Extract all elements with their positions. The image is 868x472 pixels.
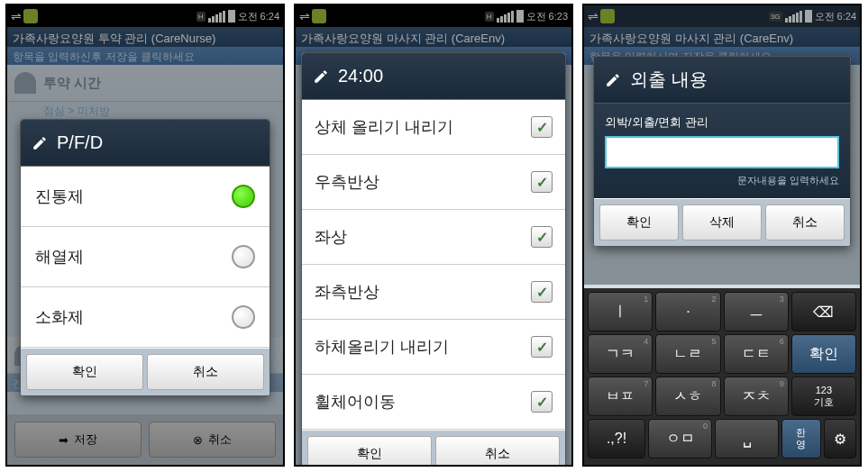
key-lang-toggle[interactable]: 한영 xyxy=(781,419,820,458)
checkbox-checked xyxy=(531,281,553,303)
dialog-button-bar: 확인 취소 xyxy=(21,348,270,395)
check-label: 좌측반상 xyxy=(315,281,379,303)
key-vowel-i[interactable]: 1ㅣ xyxy=(588,292,653,331)
key-punctuation[interactable]: .,?! xyxy=(588,419,645,458)
check-label: 하체올리기 내리기 xyxy=(315,336,449,358)
radio-indicator xyxy=(232,245,255,268)
radio-label: 소화제 xyxy=(35,306,84,328)
dialog-title: P/F/D xyxy=(57,132,103,153)
dialog-button-bar: 확인 삭제 취소 xyxy=(594,198,850,246)
radio-item[interactable]: 소화제 xyxy=(21,287,270,348)
radio-indicator-selected xyxy=(232,185,255,208)
check-item[interactable]: 상체 올리기 내리기 xyxy=(302,100,565,155)
cancel-button[interactable]: 취소 xyxy=(147,354,264,390)
screen-1: ⇌ H 오전 6:24 가족사랑요양원 투약 관리 (CareNurse) 항목… xyxy=(5,4,285,467)
input-hint: 문자내용을 입력하세요 xyxy=(605,174,839,187)
input-label: 외박/외출/면회 관리 xyxy=(605,114,839,131)
key-j-ch[interactable]: 9ㅈㅊ xyxy=(724,377,789,416)
key-symbols[interactable]: 123기호 xyxy=(791,377,856,416)
dialog-button-bar: 확인 취소 xyxy=(302,430,565,467)
check-item[interactable]: 우측반상 xyxy=(302,155,565,210)
confirm-button[interactable]: 확인 xyxy=(26,354,143,390)
checkbox-checked xyxy=(531,226,553,248)
cancel-button[interactable]: 취소 xyxy=(765,204,845,241)
dialog-header: 24:00 xyxy=(302,53,565,100)
key-g-k[interactable]: 4ㄱㅋ xyxy=(588,334,653,374)
radio-item[interactable]: 해열제 xyxy=(21,227,270,287)
korean-keyboard: 1ㅣ 2· 3ㅡ ⌫ 4ㄱㅋ 5ㄴㄹ 6ㄷㅌ 확인 7ㅂㅍ 8ㅅㅎ 9ㅈㅊ 12… xyxy=(584,288,860,465)
pfd-dialog: P/F/D 진통제 해열제 소화제 확인 취소 xyxy=(20,119,270,396)
radio-indicator xyxy=(232,305,255,329)
checklist-dialog: 24:00 상체 올리기 내리기 우측반상 좌상 좌측반상 하체올리기 내리기 xyxy=(301,52,566,467)
pencil-icon xyxy=(313,68,329,85)
key-ng-m[interactable]: 0ㅇㅁ xyxy=(648,419,712,458)
check-item[interactable]: 하체올리기 내리기 xyxy=(302,320,565,375)
dialog-title: 외출 내용 xyxy=(630,68,708,92)
pencil-icon xyxy=(605,72,621,88)
check-item[interactable]: 휠체어이동 xyxy=(302,375,565,430)
cancel-button[interactable]: 취소 xyxy=(435,436,560,467)
dialog-header: P/F/D xyxy=(21,120,270,167)
check-label: 휠체어이동 xyxy=(315,391,396,413)
checkbox-checked xyxy=(531,171,553,193)
key-vowel-eu[interactable]: 3ㅡ xyxy=(724,292,789,331)
screen-3: ⇌ 3G 오전 6:24 가족사랑요양원 마사지 관리 (CareEnv) 항목… xyxy=(582,4,862,467)
check-item[interactable]: 좌측반상 xyxy=(302,265,565,320)
radio-label: 해열제 xyxy=(35,246,84,268)
check-item[interactable]: 좌상 xyxy=(302,210,565,265)
input-dialog: 외출 내용 외박/외출/면회 관리 문자내용을 입력하세요 확인 삭제 취소 xyxy=(593,56,851,247)
key-dot[interactable]: 2· xyxy=(655,292,720,331)
key-d-t[interactable]: 6ㄷㅌ xyxy=(724,334,789,374)
confirm-button[interactable]: 확인 xyxy=(599,204,679,241)
radio-list: 진통제 해열제 소화제 xyxy=(21,167,270,348)
dialog-body: 외박/외출/면회 관리 문자내용을 입력하세요 xyxy=(594,104,850,198)
confirm-button[interactable]: 확인 xyxy=(307,436,432,467)
key-n-r[interactable]: 5ㄴㄹ xyxy=(655,334,720,374)
key-s-h[interactable]: 8ㅅㅎ xyxy=(655,377,720,416)
radio-label: 진통제 xyxy=(35,186,84,207)
check-label: 좌상 xyxy=(315,226,347,248)
text-input[interactable] xyxy=(605,136,839,168)
key-space[interactable]: ␣ xyxy=(715,419,779,458)
pencil-icon xyxy=(32,135,48,151)
check-label: 상체 올리기 내리기 xyxy=(315,116,453,138)
dialog-title: 24:00 xyxy=(338,66,383,86)
checkbox-checked xyxy=(531,116,553,138)
checkbox-checked xyxy=(531,391,553,413)
radio-item[interactable]: 진통제 xyxy=(21,167,270,227)
screen-2: ⇌ H 오전 6:23 가족사랑요양원 마사지 관리 (CareEnv) 항목을… xyxy=(294,4,573,467)
dialog-header: 외출 내용 xyxy=(594,57,850,104)
checkbox-list: 상체 올리기 내리기 우측반상 좌상 좌측반상 하체올리기 내리기 휠체어이동 xyxy=(302,100,565,430)
key-b-p[interactable]: 7ㅂㅍ xyxy=(588,377,653,416)
checkbox-checked xyxy=(531,336,553,358)
key-settings[interactable]: ⚙ xyxy=(824,419,857,458)
key-backspace[interactable]: ⌫ xyxy=(791,292,856,331)
delete-button[interactable]: 삭제 xyxy=(682,204,762,241)
check-label: 우측반상 xyxy=(315,171,379,193)
key-enter[interactable]: 확인 xyxy=(791,334,856,374)
